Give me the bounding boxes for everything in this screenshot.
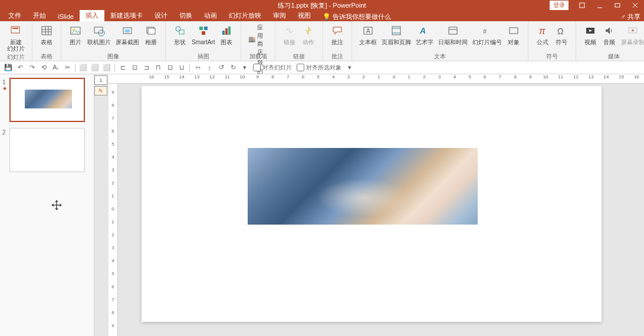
align-right-button[interactable]: ⊐ [141,62,152,73]
redo-button[interactable]: ↷ [27,62,37,73]
date-time-button[interactable]: 日期和时间 [436,22,470,47]
header-footer-button[interactable]: 页眉和页脚 [379,22,413,47]
qat-button-9[interactable]: ⬜ [101,62,112,73]
lightbulb-icon: 💡 [323,13,331,21]
maximize-button[interactable] [609,0,626,11]
tab-insert[interactable]: 插入 [80,10,104,21]
qat-button-7[interactable]: ⬜ [78,62,88,73]
align-center-button[interactable]: ⊡ [129,62,140,73]
tab-slideshow[interactable]: 幻灯片放映 [223,10,267,21]
sky-picture[interactable] [248,148,478,225]
editing-area: 1 ✎ 161514131211109876543210123456789101… [94,74,644,336]
align-bottom-button[interactable]: ⊔ [176,62,187,73]
equation-icon: π [535,24,550,38]
slide-number-button[interactable]: # 幻灯片编号 [470,22,504,47]
picture-button[interactable]: 图片 [66,22,85,47]
store-icon: 🏬 [248,36,255,44]
shapes-button[interactable]: 形状 [170,22,189,47]
tab-home[interactable]: 开始 [27,10,52,21]
svg-point-20 [176,27,180,31]
tab-transitions[interactable]: 切换 [173,10,198,21]
rotate-right-button[interactable]: ↻ [228,62,238,73]
svg-text:A: A [419,26,426,35]
undo-button[interactable]: ↶ [15,62,25,73]
object-icon [507,24,521,38]
rotate-left-button[interactable]: ↺ [216,62,226,73]
align-left-button[interactable]: ⊏ [117,62,128,73]
ribbon-group-links: 链接 动作 链接 [275,21,323,61]
smartart-button[interactable]: SmartArt [189,22,217,47]
date-icon [446,24,460,38]
tab-animations[interactable]: 动画 [198,10,223,21]
slide-thumbnail-2[interactable] [9,128,85,172]
svg-rect-27 [228,27,231,35]
tab-view[interactable]: 视图 [292,10,317,21]
minimize-button[interactable] [591,0,609,11]
equation-button[interactable]: π 公式 [533,22,552,47]
ribbon-group-media: 视频 音频 屏幕录制 媒体 [576,21,644,61]
slide-thumbnails-panel: 1★ 2 [0,74,94,336]
object-button[interactable]: 对象 [504,22,523,47]
shapes-icon [173,24,187,38]
svg-text:A: A [366,28,370,34]
horizontal-ruler[interactable]: 1615141312111098765432101234567891011121… [109,74,644,84]
wordart-button[interactable]: A 艺术字 [413,22,436,47]
symbol-button[interactable]: Ω 符号 [552,22,571,47]
tab-design[interactable]: 设计 [149,10,173,21]
save-button[interactable]: 💾 [3,62,14,73]
align-top-button[interactable]: ⊓ [153,62,163,73]
slide-thumbnail-1[interactable] [9,78,85,122]
action-button[interactable]: 动作 [299,22,318,47]
table-button[interactable]: 表格 [37,22,56,47]
workspace: 1★ 2 1 ✎ 1615141312111098765432101234567… [0,74,644,336]
align-slide-checkbox[interactable]: 对齐幻灯片 [253,64,292,72]
animation-tag-1[interactable]: 1 [94,75,107,85]
comment-icon [330,24,344,38]
tab-islide[interactable]: iSlide [52,12,80,21]
login-button[interactable]: 登录 [550,1,569,10]
qat-more-button[interactable]: ▾ [239,62,250,73]
tab-review[interactable]: 审阅 [267,10,292,21]
distribute-v-button[interactable]: ↕ [204,62,215,73]
comment-button[interactable]: 批注 [328,22,347,47]
animation-tag-pen[interactable]: ✎ [94,86,107,95]
close-button[interactable] [626,0,644,11]
tell-me-search[interactable]: 💡告诉我你想要做什么 [323,12,391,21]
svg-text:#: # [483,28,487,35]
ribbon-group-slides: 新建 幻灯片 幻灯片 [0,21,32,61]
share-button[interactable]: ♂ 共享 [621,12,640,21]
video-button[interactable]: 视频 [581,22,600,47]
qat-expand-button[interactable]: ▾ [344,62,355,73]
link-button[interactable]: 链接 [280,22,299,47]
vertical-ruler[interactable]: 9876543210123456789 [109,84,118,336]
tab-file[interactable]: 文件 [2,10,27,21]
textbox-button[interactable]: A 文本框 [357,22,379,47]
album-button[interactable]: 相册 [142,22,160,47]
ribbon-group-comments: 批注 批注 [323,21,352,61]
window-options-button[interactable] [573,0,591,11]
svg-rect-23 [204,27,208,30]
align-middle-button[interactable]: ⊡ [165,62,175,73]
tab-newtab[interactable]: 新建选项卡 [104,10,149,21]
qat-button-4[interactable]: ⟲ [38,62,49,73]
svg-rect-24 [202,31,205,35]
svg-text:π: π [539,26,546,36]
svg-rect-0 [580,3,584,8]
link-icon [282,24,297,38]
screen-record-button[interactable]: 屏幕录制 [619,22,644,47]
qat-button-8[interactable]: ⬜ [90,62,100,73]
new-slide-button[interactable]: 新建 幻灯片 [5,22,27,53]
textbox-icon: A [361,24,375,38]
online-picture-button[interactable]: 联机图片 [85,22,113,47]
separator [75,64,75,72]
svg-rect-5 [11,27,19,33]
chart-button[interactable]: 图表 [217,22,236,47]
screenshot-button[interactable]: 屏幕截图 [113,22,142,47]
qat-button-5[interactable]: Aᵢ [50,62,61,73]
distribute-h-button[interactable]: ⇿ [192,62,203,73]
slide-canvas[interactable] [142,86,602,322]
align-selected-checkbox[interactable]: 对齐所选对象 [297,64,341,72]
video-icon [583,24,597,38]
audio-button[interactable]: 音频 [600,22,619,47]
qat-button-6[interactable]: ✂ [62,62,73,73]
